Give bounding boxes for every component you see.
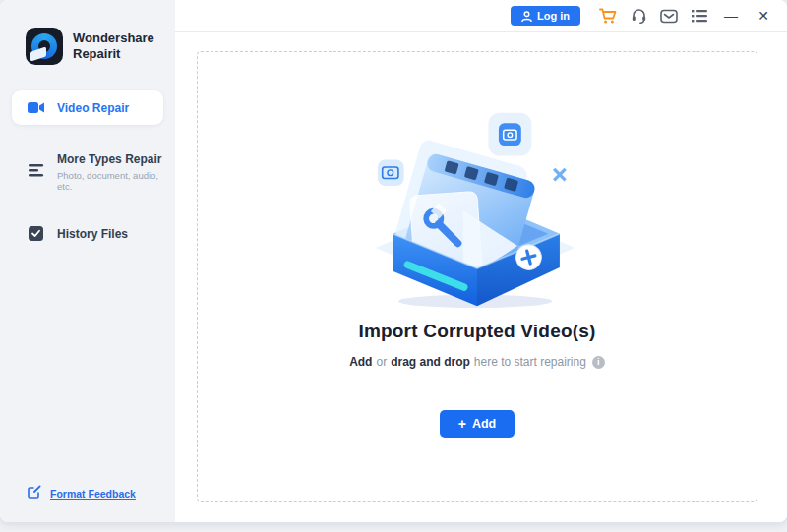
mail-icon[interactable] [660,7,678,25]
minimize-button[interactable]: — [721,7,741,25]
sidebar-item-label: Video Repair [57,101,129,115]
cart-icon[interactable] [599,7,617,25]
sidebar-item-label: More Types Repair [57,152,161,166]
person-icon [521,11,532,22]
topbar: Log in — ✕ [175,0,787,32]
video-camera-icon [28,99,44,116]
drop-zone[interactable]: Import Corrupted Video(s) Add or drag an… [197,51,757,502]
brand: Wondershare Repairit [0,0,175,65]
plus-icon: + [458,418,466,430]
glitch-icon [554,169,565,180]
info-icon[interactable]: i [592,356,605,369]
support-headset-icon[interactable] [630,7,647,25]
app-window: Wondershare Repairit Video Repair More T… [0,0,787,522]
dropzone-title: Import Corrupted Video(s) [358,321,595,342]
format-feedback-label: Format Feedback [50,488,136,500]
sidebar-item-sublabel: Photo, document, audio, etc. [57,170,163,192]
brand-name: Wondershare Repairit [73,30,154,62]
repair-box-illustration [370,107,584,309]
main-panel: Log in — ✕ [175,0,787,522]
hint-add: Add [349,355,372,369]
repairit-logo-icon [26,28,63,65]
login-button[interactable]: Log in [511,6,580,26]
edit-pencil-icon [28,485,41,502]
login-label: Log in [537,10,570,22]
small-camera-icon [378,159,404,186]
hint-drag: drag and drop [391,355,470,369]
hint-rest: here to start repairing [474,355,586,369]
list-lines-icon [28,162,44,179]
history-check-icon [28,225,44,242]
format-feedback-link[interactable]: Format Feedback [0,485,175,522]
menu-list-icon[interactable] [691,7,708,25]
camera-badge-icon [488,113,531,156]
sidebar-item-history-files[interactable]: History Files [12,216,163,251]
add-button[interactable]: + Add [440,410,515,438]
sidebar-item-video-repair[interactable]: Video Repair [12,90,163,125]
sidebar-nav: Video Repair More Types Repair Photo, do… [0,90,175,251]
dropzone-hint: Add or drag and drop here to start repai… [349,355,605,369]
add-button-label: Add [472,417,496,431]
sidebar: Wondershare Repairit Video Repair More T… [0,0,175,522]
close-button[interactable]: ✕ [754,7,773,25]
sidebar-item-label: History Files [57,227,128,241]
sidebar-item-more-types-repair[interactable]: More Types Repair Photo, document, audio… [12,141,163,201]
hint-or: or [376,355,387,369]
